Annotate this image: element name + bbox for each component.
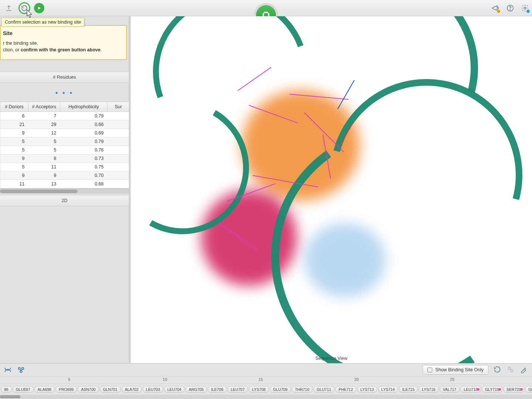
- col-surface[interactable]: Sur: [108, 102, 129, 112]
- sequence-caption: Sequence View: [131, 354, 532, 363]
- col-donors[interactable]: # Donors: [0, 102, 28, 112]
- residue-chip[interactable]: ARG705: [185, 386, 207, 393]
- table-row[interactable]: 11130.68: [0, 180, 129, 188]
- residue-chip[interactable]: LYS708: [249, 386, 269, 393]
- chain-icon[interactable]: [4, 366, 12, 374]
- ruler-tick: 25: [450, 377, 454, 382]
- table-row[interactable]: 5110.75: [0, 163, 129, 171]
- table-hscroll[interactable]: [0, 188, 129, 194]
- residue-chip[interactable]: SER720: [503, 386, 524, 393]
- loading-dots: • • •: [0, 83, 129, 102]
- svg-point-2: [510, 9, 510, 10]
- residue-chip[interactable]: ILE706: [208, 386, 226, 393]
- residue-chip[interactable]: GLU709: [270, 386, 291, 393]
- settings-badge: [526, 9, 530, 13]
- residue-chip[interactable]: LEU703: [143, 386, 163, 393]
- svg-point-8: [511, 369, 513, 372]
- col-hydrophobicity[interactable]: Hydrophobicity: [60, 102, 108, 112]
- residue-chip[interactable]: THR710: [291, 386, 313, 393]
- residue-chip[interactable]: GLN701: [100, 386, 121, 393]
- residue-chip[interactable]: GLY719: [482, 386, 502, 393]
- residues-header[interactable]: # Residues: [0, 72, 129, 83]
- hint-box: Site r the binding site. ction, or confi…: [0, 25, 127, 60]
- ruler-tick: 10: [163, 377, 167, 382]
- residue-chip[interactable]: GLU697: [13, 386, 34, 393]
- confirm-tooltip: Confirm selection as new binding site: [1, 18, 84, 27]
- ruler-tick: 15: [258, 377, 263, 382]
- 2d-tab[interactable]: 2D: [0, 195, 129, 206]
- show-binding-site-toggle[interactable]: Show Binding Site Only: [423, 365, 488, 375]
- hint-line2: ction, or confirm with the green button …: [3, 47, 122, 53]
- seq-reset-icon[interactable]: [494, 366, 502, 374]
- pocket-table[interactable]: # Donors # Acceptors Hydrophobicity Sur …: [0, 102, 129, 194]
- mouse-cursor: [27, 9, 33, 18]
- checkbox-icon: [427, 368, 432, 372]
- residue-chip[interactable]: ALA702: [122, 386, 142, 393]
- table-row[interactable]: 990.70: [0, 171, 129, 180]
- residue-chip[interactable]: LYS714: [378, 386, 398, 393]
- sequence-chips[interactable]: 96GLU697ALA698PRO699ASN700GLN701ALA702LE…: [0, 383, 532, 395]
- residue-chip[interactable]: GLU711: [313, 386, 334, 393]
- toggle-label: Show Binding Site Only: [435, 367, 484, 372]
- residue-chip[interactable]: PRO699: [55, 386, 77, 393]
- hint-title: Site: [3, 30, 122, 36]
- residue-chip[interactable]: LEU704: [164, 386, 185, 393]
- table-row[interactable]: 550.79: [0, 137, 129, 146]
- sequence-hscroll[interactable]: [0, 395, 532, 399]
- announcements-icon[interactable]: [491, 4, 499, 12]
- top-toolbar: Confirm selection as new binding site: [0, 0, 532, 16]
- table-row[interactable]: 9120.69: [0, 129, 129, 137]
- residue-chip[interactable]: LEU718: [460, 386, 481, 393]
- ruler-tick: 20: [354, 377, 359, 382]
- svg-point-7: [508, 367, 511, 369]
- left-panel: Site r the binding site. ction, or confi…: [0, 16, 129, 363]
- ruler-tick: 5: [68, 377, 70, 382]
- seq-color-icon[interactable]: [520, 366, 528, 374]
- hint-line1: r the binding site.: [3, 40, 122, 47]
- structure-viewer[interactable]: Sequence View: [129, 16, 532, 363]
- svg-point-3: [524, 7, 526, 9]
- residue-chip[interactable]: LYS716: [419, 386, 439, 393]
- table-row[interactable]: 21290.66: [0, 120, 129, 129]
- settings-icon[interactable]: [521, 4, 529, 12]
- col-acceptors[interactable]: # Acceptors: [28, 102, 60, 112]
- table-row[interactable]: 670.79: [0, 112, 129, 120]
- residue-chip[interactable]: 96: [1, 386, 12, 393]
- residue-chip[interactable]: GLY721: [525, 386, 532, 393]
- residue-chip[interactable]: PHE712: [335, 386, 356, 393]
- residue-icon[interactable]: [17, 366, 25, 374]
- residue-chip[interactable]: VAL717: [440, 386, 460, 393]
- table-row[interactable]: 550.76: [0, 146, 129, 154]
- seq-link-icon: [507, 366, 515, 374]
- table-row[interactable]: 980.73: [0, 154, 129, 163]
- confirm-button[interactable]: [34, 3, 44, 13]
- residue-chip[interactable]: LEU707: [228, 386, 248, 393]
- residue-chip[interactable]: ASN700: [78, 386, 99, 393]
- sequence-ruler: 510152025: [0, 376, 532, 383]
- residue-chip[interactable]: ALA698: [34, 386, 55, 393]
- notification-badge: [497, 9, 501, 13]
- help-icon[interactable]: [506, 4, 514, 12]
- residue-chip[interactable]: LYS713: [357, 386, 378, 393]
- sequence-panel: Show Binding Site Only 510152025 96GLU69…: [0, 363, 532, 399]
- upload-button[interactable]: [3, 2, 15, 14]
- residue-chip[interactable]: ILE715: [399, 386, 418, 393]
